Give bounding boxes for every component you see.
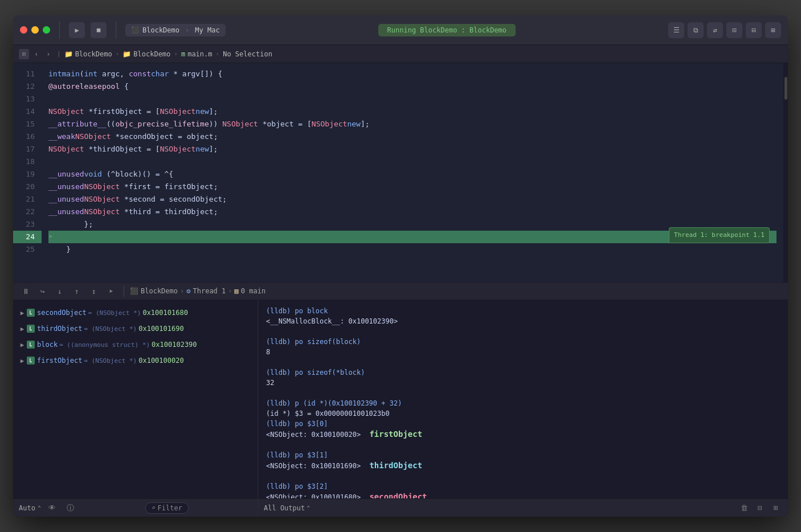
scrollbar[interactable]: [783, 63, 788, 282]
step-out-button[interactable]: ↑: [70, 284, 84, 298]
panel-icon: ⊟: [751, 26, 755, 34]
separator2: [116, 22, 116, 39]
auto-selector[interactable]: Auto ⌃: [19, 504, 41, 512]
var-type-4: = (NSObject *): [84, 357, 137, 365]
debug-toolbar: ⏸ ↪ ↓ ↑ ↕ ➤ ⬛ BlockDemo › ⚙ Thread 1 › ▤…: [13, 282, 788, 300]
code-content: int main(int argc, const char * argv[]) …: [42, 63, 783, 282]
output-selector[interactable]: All Output ⌃: [264, 504, 310, 512]
debug-frame-icon: ▤: [235, 287, 239, 295]
var-value-4: 0x100100020: [138, 357, 183, 365]
console-output[interactable]: (lldb) po block <__NSMallocBlock__: 0x10…: [258, 300, 788, 498]
panel-button[interactable]: ⊟: [746, 22, 762, 38]
close-button[interactable]: [20, 26, 27, 34]
console-line-8: (id *) $3 = 0x00000001001023b0: [266, 408, 780, 419]
code-line-13: [48, 93, 777, 105]
breadcrumb-blockdemo-folder2[interactable]: 📁 BlockDemo: [122, 50, 170, 58]
breadcrumb-label-4: No Selection: [223, 50, 272, 58]
code-line-14: NSObject *firstObject = [NSObject new];: [48, 105, 777, 118]
split-view-button[interactable]: ⊡: [726, 22, 742, 38]
breadcrumb-blockdemo-folder[interactable]: 📁 BlockDemo: [64, 50, 112, 58]
code-line-23: };: [48, 218, 777, 231]
forward-button[interactable]: ›: [43, 49, 54, 59]
var-name-2: thirdObject: [37, 325, 82, 333]
inspector-button[interactable]: ⧉: [688, 22, 704, 38]
code-line-16: __weak NSObject *secondObject = object;: [48, 130, 777, 143]
line-17: 17: [13, 143, 35, 155]
grid-button[interactable]: ⊞: [19, 49, 29, 59]
layout-list-icon: ☰: [673, 26, 680, 34]
line-25: 25: [13, 243, 35, 256]
breadcrumb-no-selection[interactable]: No Selection: [223, 50, 272, 58]
code-line-11: int main(int argc, const char * argv[]) …: [48, 68, 777, 80]
step-in-button[interactable]: ↓: [53, 284, 67, 298]
debug-scheme-icon: ⬛: [130, 287, 138, 295]
var-name-3: block: [37, 341, 58, 349]
back-forward-button[interactable]: ⇄: [707, 22, 723, 38]
var-name-1: secondObject: [37, 309, 87, 317]
var-type-1: = (NSObject *): [88, 309, 141, 317]
back-button[interactable]: ‹: [31, 49, 42, 59]
expand-icon-3: ▶: [18, 340, 27, 349]
expand-icon-4: ▶: [18, 356, 27, 365]
console-line-7: (lldb) p (id *)(0x100102390 + 32): [266, 398, 780, 408]
console-line-4: 8: [266, 347, 780, 357]
debug-breadcrumb: ⬛ BlockDemo › ⚙ Thread 1 › ▤ 0 main: [130, 287, 265, 295]
code-line-18: [48, 155, 777, 168]
var-row-secondobject[interactable]: ▶ L secondObject = (NSObject *) 0x100101…: [13, 305, 258, 321]
split-panel-button[interactable]: ⊟: [754, 502, 766, 514]
play-button[interactable]: ▶: [69, 22, 85, 38]
status-center: Running BlockDemo : BlockDemo: [231, 24, 663, 36]
pause-button[interactable]: ⏸: [19, 284, 32, 298]
sidebar-button[interactable]: ⊞: [765, 22, 781, 38]
maximize-button[interactable]: [43, 26, 50, 34]
scroll-thumb[interactable]: [784, 77, 787, 100]
expand-panel-button[interactable]: ⊞: [770, 502, 782, 514]
eye-button[interactable]: 👁: [46, 501, 59, 515]
titlebar-right: ☰ ⧉ ⇄ ⊡ ⊟ ⊞: [668, 22, 781, 38]
line-22: 22: [13, 206, 35, 218]
scheme-label: BlockDemo: [142, 26, 179, 34]
breadcrumb-label-1: BlockDemo: [75, 50, 112, 58]
line-21: 21: [13, 193, 35, 206]
stop-button[interactable]: ■: [91, 22, 107, 38]
arrow-button[interactable]: ➤: [104, 284, 118, 298]
var-icon-4: L: [27, 357, 35, 365]
console-blank-3: [266, 388, 780, 398]
stop-icon: ■: [97, 26, 101, 34]
code-editor[interactable]: 11 12 13 14 15 16 17 18 19 20 21 22 23 2…: [13, 63, 788, 282]
var-value-1: 0x100101680: [142, 309, 187, 317]
debug-bc-sep1: ›: [180, 287, 184, 295]
step-over-button[interactable]: ↪: [36, 284, 50, 298]
console-blank-2: [266, 357, 780, 367]
minimize-button[interactable]: [31, 26, 39, 34]
line-15: 15: [13, 118, 35, 130]
line-14: 14: [13, 105, 35, 118]
breadcrumb-label-3: main.m: [187, 50, 212, 58]
var-row-block[interactable]: ▶ L block = ((anonymous struct) *) 0x100…: [13, 337, 258, 353]
var-icon-3: L: [27, 341, 35, 349]
scheme-selector[interactable]: ⬛ BlockDemo › My Mac: [125, 24, 226, 36]
line-16: 16: [13, 130, 35, 143]
info-button[interactable]: ⓘ: [64, 501, 77, 515]
debug-bc-label2: Thread 1: [193, 287, 226, 295]
layout-list-button[interactable]: ☰: [668, 22, 684, 38]
line-numbers: 11 12 13 14 15 16 17 18 19 20 21 22 23 2…: [13, 63, 42, 282]
console-blank-5: [266, 471, 780, 481]
breadcrumb-mainm[interactable]: m main.m: [181, 50, 212, 58]
var-row-thirdobject[interactable]: ▶ L thirdObject = (NSObject *) 0x1001016…: [13, 321, 258, 337]
var-type-3: = ((anonymous struct) *): [59, 341, 150, 349]
code-line-22: __unused NSObject *third = thirdObject;: [48, 206, 777, 218]
debug-bc-sep2: ›: [228, 287, 232, 295]
console-line-6: 32: [266, 378, 780, 388]
console-line-1: (lldb) po block: [266, 306, 780, 316]
var-value-2: 0x100101690: [138, 325, 183, 333]
step-inst-button[interactable]: ↕: [87, 284, 101, 298]
inspector-icon: ⧉: [693, 26, 698, 34]
var-row-firstobject[interactable]: ▶ L firstObject = (NSObject *) 0x1001000…: [13, 353, 258, 369]
line-12: 12: [13, 80, 35, 93]
line-11: 11: [13, 68, 35, 80]
trash-button[interactable]: 🗑: [738, 502, 750, 514]
line-13: 13: [13, 93, 35, 105]
var-icon-1: L: [27, 309, 35, 317]
filter-input[interactable]: ⌕ Filter: [145, 502, 189, 514]
